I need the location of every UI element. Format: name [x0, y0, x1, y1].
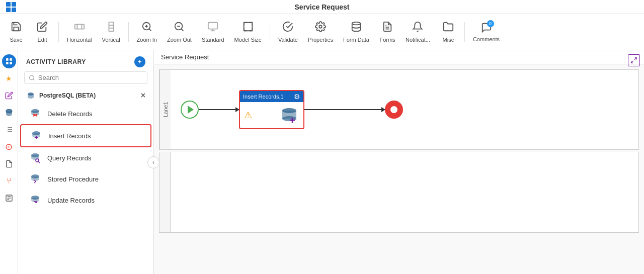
update-records-icon	[28, 193, 42, 207]
stored-procedure-item[interactable]: Stored Procedure	[20, 168, 151, 190]
save-label: Save	[10, 37, 22, 43]
end-node[interactable]	[385, 101, 403, 119]
text-nav-icon[interactable]	[2, 157, 16, 171]
collapse-panel-button[interactable]: ‹	[147, 156, 159, 168]
lane-1-label: Lane1	[159, 70, 171, 149]
postgres-nav-icon[interactable]	[2, 106, 16, 120]
vertical-button[interactable]: Vertical	[98, 19, 124, 45]
notes-nav-icon[interactable]	[2, 191, 16, 205]
svg-rect-0	[6, 2, 11, 7]
zoom-in-button[interactable]: Zoom In	[133, 19, 161, 45]
postgres-category-icon	[26, 91, 35, 100]
warning-icon: ⚠	[244, 110, 252, 121]
main-layout: ★ ⊙ ⑂	[0, 50, 644, 274]
edit-label: Edit	[38, 37, 47, 43]
canvas-title: Service Request	[161, 53, 209, 61]
search-input[interactable]	[38, 74, 143, 81]
notifications-button[interactable]: Notificat...	[401, 19, 434, 45]
svg-rect-2	[6, 8, 11, 12]
arrow-2	[304, 109, 385, 110]
forms-button[interactable]: Forms	[375, 19, 399, 45]
svg-point-41	[30, 75, 34, 80]
activity-library-title: ACTIVITY LIBRARY	[26, 58, 86, 65]
svg-line-56	[631, 61, 633, 63]
arrow-1	[199, 109, 239, 110]
horizontal-label: Horizontal	[67, 37, 92, 43]
standard-button[interactable]: Standard	[198, 19, 228, 45]
svg-line-15	[182, 29, 184, 31]
model-size-button[interactable]: Model Size	[230, 19, 266, 45]
comments-button[interactable]: 0 Comments	[469, 20, 504, 44]
activity-library-header: ACTIVITY LIBRARY +	[18, 50, 153, 71]
misc-label: Misc	[443, 37, 454, 43]
svg-line-55	[634, 58, 636, 60]
vertical-label: Vertical	[102, 37, 120, 43]
lane-2-label-area	[159, 152, 171, 232]
svg-rect-25	[6, 58, 9, 61]
edit-button[interactable]: Edit	[30, 19, 54, 45]
circle-nav-icon[interactable]: ⊙	[2, 140, 16, 154]
query-records-icon	[28, 151, 42, 165]
app-icon	[5, 1, 17, 13]
update-records-item[interactable]: Update Records	[20, 190, 151, 211]
standard-label: Standard	[202, 37, 224, 43]
grid-nav-icon[interactable]	[2, 54, 16, 68]
svg-rect-7	[109, 22, 113, 31]
svg-rect-4	[75, 24, 84, 29]
start-node[interactable]	[181, 101, 199, 119]
list-nav-icon[interactable]	[2, 123, 16, 137]
category-title: PostgreSQL (BETA)	[39, 92, 96, 99]
insert-records-item[interactable]: Insert Records	[20, 124, 151, 147]
edit-icon	[37, 21, 48, 35]
properties-label: Properties	[308, 37, 333, 43]
svg-point-21	[319, 25, 322, 28]
standard-icon	[207, 21, 218, 35]
svg-rect-17	[208, 23, 217, 29]
canvas-title-bar: Service Request	[154, 50, 644, 64]
separator-2	[128, 22, 129, 42]
delete-records-icon	[28, 107, 42, 121]
zoom-in-icon	[141, 21, 152, 35]
top-bar: Service Request	[0, 0, 644, 14]
canvas-content: Lane1 Insert Records.1 ⚙	[154, 64, 644, 272]
misc-icon	[443, 21, 454, 35]
form-data-button[interactable]: Form Data	[339, 19, 373, 45]
category-close[interactable]: ×	[141, 91, 145, 100]
zoom-out-button[interactable]: Zoom Out	[163, 19, 196, 45]
insert-records-node[interactable]: Insert Records.1 ⚙ ⚠	[239, 90, 304, 129]
svg-point-22	[352, 22, 361, 25]
model-size-icon	[243, 21, 254, 35]
stored-procedure-label: Stored Procedure	[47, 175, 99, 183]
add-activity-button[interactable]: +	[134, 56, 145, 67]
properties-button[interactable]: Properties	[304, 19, 337, 45]
horizontal-icon	[74, 21, 85, 35]
update-records-label: Update Records	[47, 197, 95, 204]
validate-icon	[282, 21, 293, 35]
forms-label: Forms	[379, 37, 395, 43]
activity-node-settings-icon[interactable]: ⚙	[294, 93, 300, 101]
activity-node-header: Insert Records.1 ⚙	[240, 91, 303, 102]
branch-nav-icon[interactable]: ⑂	[2, 174, 16, 188]
delete-records-item[interactable]: Delete Records	[20, 103, 151, 124]
category-header: PostgreSQL (BETA) ×	[18, 88, 153, 103]
validate-button[interactable]: Validate	[274, 19, 302, 45]
save-button[interactable]: Save	[4, 19, 28, 45]
page-title: Service Request	[295, 3, 350, 11]
separator-1	[58, 22, 59, 42]
insert-records-icon	[29, 129, 43, 143]
misc-button[interactable]: Misc	[436, 19, 460, 45]
search-box[interactable]	[24, 71, 147, 84]
activity-node-body: ⚠	[240, 102, 303, 128]
svg-rect-3	[12, 8, 16, 12]
star-nav-icon[interactable]: ★	[2, 71, 16, 85]
query-records-item[interactable]: Query Records	[20, 147, 151, 168]
form-data-label: Form Data	[343, 37, 369, 43]
activity-library-panel: ACTIVITY LIBRARY + PostgreSQL (BETA) ×	[18, 50, 154, 274]
forms-icon	[382, 21, 393, 35]
query-records-label: Query Records	[47, 154, 91, 162]
separator-3	[270, 22, 270, 42]
separator-4	[464, 22, 465, 42]
zoom-in-label: Zoom In	[137, 37, 157, 43]
edit-nav-icon[interactable]	[2, 88, 16, 103]
horizontal-button[interactable]: Horizontal	[63, 19, 96, 45]
